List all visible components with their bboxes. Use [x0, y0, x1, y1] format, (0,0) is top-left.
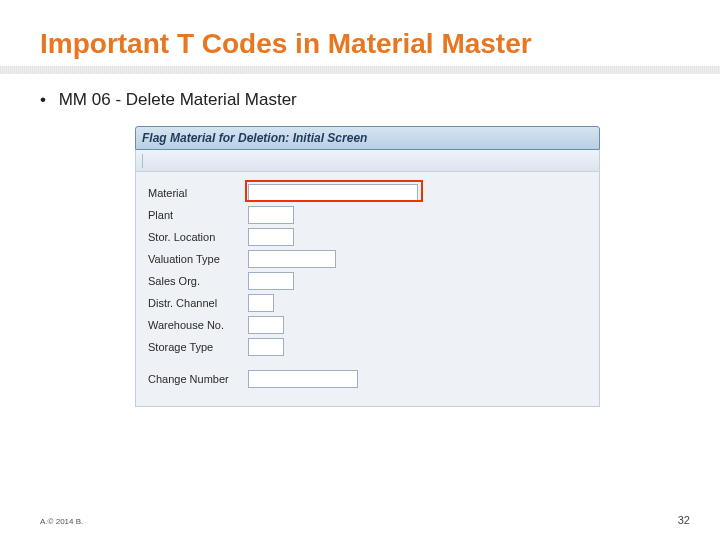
row-whs: Warehouse No. — [148, 314, 587, 336]
sep: - — [115, 90, 125, 109]
valuation-type-field[interactable] — [248, 250, 336, 268]
label-dchan: Distr. Channel — [148, 297, 248, 309]
row-chgno: Change Number — [148, 368, 587, 390]
distr-channel-field[interactable] — [248, 294, 274, 312]
sap-titlebar: Flag Material for Deletion: Initial Scre… — [135, 126, 600, 150]
row-material: Material — [148, 182, 587, 204]
plant-field[interactable] — [248, 206, 294, 224]
warehouse-no-field[interactable] — [248, 316, 284, 334]
sap-window-title: Flag Material for Deletion: Initial Scre… — [142, 131, 367, 145]
storage-type-field[interactable] — [248, 338, 284, 356]
row-vtype: Valuation Type — [148, 248, 587, 270]
tcode: MM 06 — [59, 90, 111, 109]
page-number: 32 — [678, 514, 690, 526]
slide-title: Important T Codes in Material Master — [0, 0, 720, 66]
sales-org-field[interactable] — [248, 272, 294, 290]
stor-location-field[interactable] — [248, 228, 294, 246]
label-chgno: Change Number — [148, 373, 248, 385]
sap-toolbar — [135, 150, 600, 172]
toolbar-separator — [142, 154, 143, 168]
row-plant: Plant — [148, 204, 587, 226]
change-number-field[interactable] — [248, 370, 358, 388]
label-sloc: Stor. Location — [148, 231, 248, 243]
sap-form-body: Material Plant Stor. Location Valuation … — [135, 172, 600, 407]
label-material: Material — [148, 187, 248, 199]
sap-window: Flag Material for Deletion: Initial Scre… — [135, 126, 600, 407]
divider — [0, 66, 720, 74]
material-field[interactable] — [248, 184, 418, 202]
row-stype: Storage Type — [148, 336, 587, 358]
bullet-line: • MM 06 - Delete Material Master — [0, 90, 720, 110]
label-stype: Storage Type — [148, 341, 248, 353]
row-sloc: Stor. Location — [148, 226, 587, 248]
footer-copyright: A.© 2014 B. — [40, 517, 83, 526]
label-vtype: Valuation Type — [148, 253, 248, 265]
label-plant: Plant — [148, 209, 248, 221]
bullet-icon: • — [40, 90, 46, 109]
row-dchan: Distr. Channel — [148, 292, 587, 314]
row-sorg: Sales Org. — [148, 270, 587, 292]
tcode-desc: Delete Material Master — [126, 90, 297, 109]
label-whs: Warehouse No. — [148, 319, 248, 331]
label-sorg: Sales Org. — [148, 275, 248, 287]
